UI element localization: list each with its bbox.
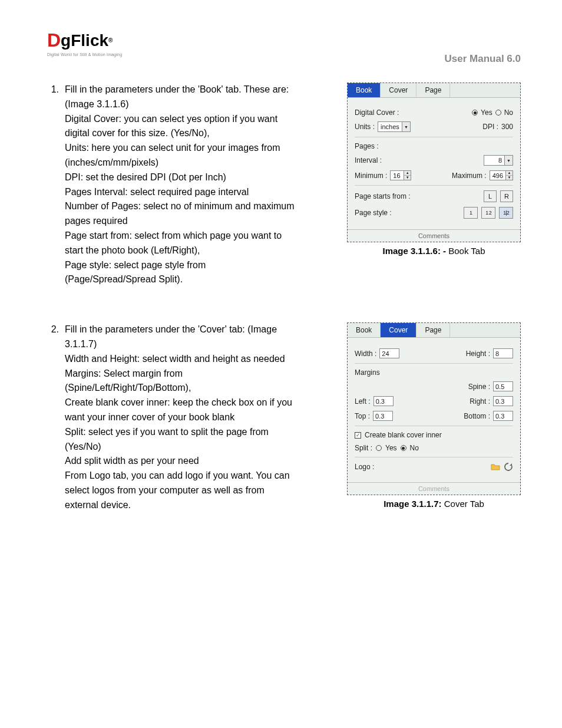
caption2-bold: Image 3.1.1.7: [384,499,441,509]
tab-row: Book Cover Page [348,83,520,98]
page-style-spread-button[interactable]: 1 2 [481,207,495,219]
interval-label: Interval : [355,156,382,164]
spine-input[interactable]: 0.5 [493,381,513,391]
cover-tab-panel: Book Cover Page Width : 24 Height : 8 Ma… [347,322,521,495]
tab-cover[interactable]: Cover [381,323,416,337]
yes-label: Yes [481,108,492,117]
page-start-left-button[interactable]: L [484,190,497,202]
bottom-input[interactable]: 0.3 [493,411,513,421]
caption2-rest: Cover Tab [442,499,484,509]
logo-tagline: Digital World for Still & Motion Imaging [47,52,122,57]
units-dropdown[interactable]: inches ▼ [378,121,411,132]
no-label: No [410,444,419,452]
logo-letter-g: g [61,31,71,50]
down-arrow-icon[interactable]: ▼ [506,176,513,180]
left-input[interactable]: 0.3 [373,396,394,406]
logo-label: Logo : [355,463,374,471]
folder-icon[interactable] [491,462,500,472]
width-input[interactable]: 24 [379,348,399,358]
caption1: Image 3.1.1.6: - Book Tab [347,246,521,256]
book-tab-panel: Book Cover Page Digital Cover : Yes No [347,83,521,242]
tab-page[interactable]: Page [416,323,450,337]
bottom-label: Bottom : [464,412,490,420]
figure1: Book Cover Page Digital Cover : Yes No [312,83,521,287]
max-value: 496 [490,171,505,180]
chevron-down-icon: ▼ [402,122,410,131]
logo-letter-d: D [47,29,61,51]
caption1-rest: Book Tab [446,246,485,256]
step1-text: 1. Fill in the parameters under the 'Boo… [47,83,295,287]
tab-book[interactable]: Book [348,323,381,337]
height-input[interactable]: 8 [493,348,513,358]
min-label: Minimum : [355,172,387,180]
page-starts-label: Page starts from : [355,192,411,200]
caption2: Image 3.1.1.7: Cover Tab [347,499,521,509]
interval-value: 8 [484,157,504,164]
up-arrow-icon[interactable]: ▲ [404,171,411,176]
step2-number: 2. [47,322,59,512]
panel1-body: Digital Cover : Yes No Units : inches ▼ [348,98,520,229]
top-label: Top : [355,412,370,420]
units-value: inches [378,123,402,130]
max-label: Maximum : [452,172,487,180]
interval-dropdown[interactable]: 8 ▼ [484,155,513,166]
tab-book[interactable]: Book [348,83,381,97]
yes-label: Yes [385,444,397,452]
split-no-radio[interactable] [401,445,406,451]
registered-icon: ® [108,37,113,44]
max-spinner[interactable]: 496 ▲▼ [490,170,513,180]
tab-cover[interactable]: Cover [381,83,416,97]
page-header: DgFlick® Digital World for Still & Motio… [47,29,521,65]
chevron-down-icon: ▼ [504,156,513,165]
step1-number: 1. [47,83,59,287]
no-label: No [504,108,513,117]
right-label: Right : [470,397,490,406]
units-label: Units : [355,123,375,131]
logo-word-flick: Flick [71,31,108,50]
page-style-split-button[interactable]: 1|2 [499,207,513,219]
up-arrow-icon[interactable]: ▲ [506,171,513,176]
page-start-right-button[interactable]: R [500,190,513,202]
dpi-label: DPI : [482,123,498,131]
margins-label: Margins [355,368,380,377]
digital-cover-yes-radio[interactable] [472,110,478,116]
comments-bar[interactable]: Comments [348,229,520,242]
pages-label: Pages : [355,142,379,150]
down-arrow-icon[interactable]: ▼ [404,176,411,180]
dpi-value: 300 [501,123,513,131]
left-label: Left : [355,397,371,406]
right-input[interactable]: 0.3 [493,396,513,406]
step2-body: Fill in the parameters under the 'Cover'… [65,322,295,512]
logo-text: DgFlick® [47,29,113,51]
split-yes-radio[interactable] [376,445,382,451]
page-style-label: Page style : [355,209,392,217]
digital-cover-no-radio[interactable] [495,110,501,116]
tab-page[interactable]: Page [416,83,450,97]
height-label: Height : [466,350,490,358]
split-label: Split : [355,444,372,452]
refresh-icon[interactable] [504,462,513,472]
panel2-body: Width : 24 Height : 8 Margins Spine : 0.… [348,338,520,482]
min-value: 16 [391,171,404,180]
digital-cover-label: Digital Cover : [355,108,399,117]
width-label: Width : [355,350,376,358]
step1-body: Fill in the parameters under the 'Book' … [65,83,295,287]
caption1-bold: Image 3.1.1.6: - [382,246,446,256]
blank-cover-checkbox[interactable]: ✓ [355,432,361,439]
user-manual-label: User Manual 6.0 [445,53,521,65]
section-book-tab: 1. Fill in the parameters under the 'Boo… [47,83,521,287]
spine-label: Spine : [468,383,490,391]
section-cover-tab: 2. Fill in the parameters under the 'Cov… [47,322,521,512]
logo: DgFlick® Digital World for Still & Motio… [47,29,122,57]
comments-bar[interactable]: Comments [348,482,520,495]
step2-text: 2. Fill in the parameters under the 'Cov… [47,322,295,512]
tab-row: Book Cover Page [348,323,520,338]
blank-cover-label: Create blank cover inner [365,431,442,439]
min-spinner[interactable]: 16 ▲▼ [390,170,411,180]
figure2: Book Cover Page Width : 24 Height : 8 Ma… [312,322,521,512]
top-input[interactable]: 0.3 [373,411,393,421]
page-style-page-button[interactable]: 1 [464,207,478,219]
